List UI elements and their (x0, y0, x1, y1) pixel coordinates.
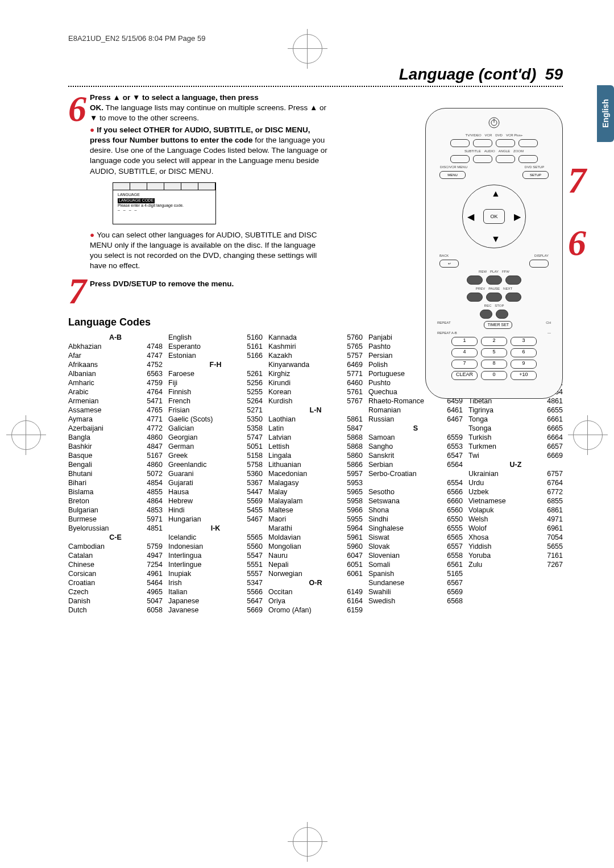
language-code: 5847 (347, 424, 363, 433)
language-name: Bashkir (68, 442, 92, 451)
language-row: Lingala5860 (268, 451, 363, 460)
lbl-audio: AUDIO (484, 149, 495, 153)
language-code: 4851 (147, 524, 163, 533)
language-code: 6563 (147, 369, 163, 378)
number-pad: 123456789CLEAR0+10 (426, 337, 562, 380)
language-name: Inupiak (168, 569, 191, 578)
menu-label-language: LANGUAGE (118, 193, 211, 197)
language-name: Setswana (368, 496, 400, 506)
ok-button: OK (483, 209, 505, 224)
language-name: Oriya (268, 596, 285, 606)
lbl-pause: PAUSE (488, 287, 500, 290)
language-code: 5464 (147, 578, 163, 587)
step6-line1c: The language lists may continue on multi… (90, 103, 326, 122)
language-row: Latvian5868 (268, 433, 363, 442)
language-name: Galician (168, 424, 194, 433)
bullet-icon: ● (90, 126, 97, 134)
language-row: Sangho6553 (368, 442, 463, 451)
language-code: 5165 (447, 569, 463, 578)
language-code: 6560 (447, 506, 463, 515)
language-name: Nepali (268, 560, 288, 569)
btn (518, 155, 538, 163)
language-code: 5767 (347, 397, 363, 406)
language-code: 5647 (247, 596, 263, 606)
language-code: 5261 (247, 369, 263, 378)
language-code: 6855 (547, 496, 563, 506)
language-row: Irish5347 (168, 578, 263, 587)
language-code: 5760 (347, 333, 363, 342)
language-row: Twi6669 (468, 451, 563, 460)
language-row: Laothian5861 (268, 415, 363, 424)
callout-7: 7 (568, 160, 586, 202)
language-code: 4861 (547, 397, 563, 406)
lbl-display: DISPLAY (534, 254, 549, 257)
language-row: Gaelic (Scots)5350 (168, 415, 263, 424)
language-name: Hebrew (168, 496, 193, 506)
language-code: 6555 (447, 524, 463, 533)
language-code: 4772 (147, 424, 163, 433)
language-code: 5868 (347, 433, 363, 442)
language-code: 6961 (547, 524, 563, 533)
language-row: Indonesian5560 (168, 542, 263, 551)
language-row: Danish5047 (68, 596, 163, 606)
language-row: Turkish6664 (468, 433, 563, 442)
language-row: Javanese5669 (168, 606, 263, 615)
language-code: 6058 (147, 606, 163, 615)
lbl-back: BACK (439, 254, 449, 257)
language-code: 5360 (247, 469, 263, 478)
language-name: Frisian (168, 406, 190, 415)
language-code: 5761 (347, 387, 363, 397)
language-name: Greenlandic (168, 460, 206, 469)
language-code: 4765 (147, 406, 163, 415)
language-code: 4764 (147, 387, 163, 397)
language-row: Latin5847 (268, 424, 363, 433)
language-row: Interlingua5547 (168, 551, 263, 560)
step-7-number: 7 (68, 275, 86, 308)
language-name: Sesotho (368, 487, 395, 496)
language-row: Lettish5868 (268, 442, 363, 451)
lbl-subtitle: SUBTITLE (464, 149, 481, 153)
language-row: Hindi5455 (168, 506, 263, 515)
language-row: Japanese5647 (168, 596, 263, 606)
language-code: 6559 (447, 433, 463, 442)
language-name: Czech (68, 587, 88, 596)
language-name: Siswat (368, 533, 389, 542)
language-name: Shona (368, 506, 389, 515)
language-code: 5860 (347, 451, 363, 460)
language-row: Malay5965 (268, 487, 363, 496)
language-code: 5759 (147, 542, 163, 551)
language-row: Bulgarian4853 (68, 506, 163, 515)
language-row: Byelorussian4851 (68, 524, 163, 533)
language-row: Hebrew5569 (168, 496, 263, 506)
language-code: 4971 (547, 515, 563, 524)
lbl-next: NEXT (503, 287, 512, 290)
language-name: French (168, 397, 190, 406)
language-name: Maltese (268, 506, 293, 515)
number-button: 2 (481, 337, 507, 346)
language-code: 4860 (147, 433, 163, 442)
lbl-tvvideo: TV/VIDEO (466, 133, 482, 137)
language-row: Bengali4860 (68, 460, 163, 469)
language-code: 6564 (447, 460, 463, 469)
number-button: 3 (511, 337, 537, 346)
language-row: Amharic4759 (68, 378, 163, 387)
lbl-play: PLAY (490, 270, 499, 273)
language-code: 5861 (347, 415, 363, 424)
language-row: Fiji5256 (168, 378, 263, 387)
language-row: Somali6561 (368, 560, 463, 569)
language-code: 6047 (347, 551, 363, 560)
btn (496, 155, 515, 163)
language-code: 6772 (547, 487, 563, 496)
language-code: 5255 (247, 387, 263, 397)
language-code: 5160 (247, 333, 263, 342)
language-row: Catalan4947 (68, 551, 163, 560)
language-row: Singhalese6555 (368, 524, 463, 533)
language-name: Bangla (68, 433, 90, 442)
language-row: Wolof6961 (468, 524, 563, 533)
language-row: Hungarian5467 (168, 515, 263, 524)
language-name: Georgian (168, 433, 197, 442)
language-code: 5961 (347, 533, 363, 542)
language-row: Aymara4771 (68, 415, 163, 424)
language-code: 5551 (247, 560, 263, 569)
language-row: Estonian5166 (168, 351, 263, 360)
